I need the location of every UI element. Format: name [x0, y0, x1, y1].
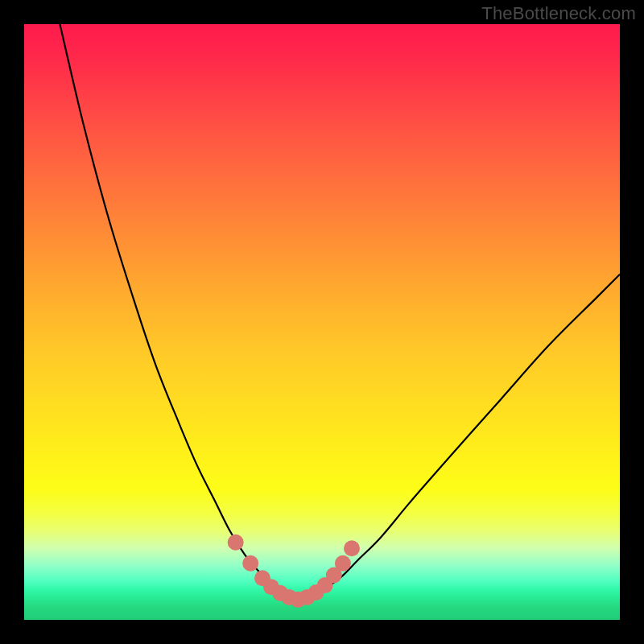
curve-left-branch: [60, 24, 298, 600]
curve-layer: [24, 24, 620, 620]
data-marker: [242, 555, 258, 572]
data-marker: [228, 535, 244, 551]
plot-area: [24, 24, 620, 620]
chart-container: TheBottleneck.com: [0, 0, 644, 644]
watermark-text: TheBottleneck.com: [481, 3, 636, 24]
marker-group: [228, 535, 360, 608]
data-marker: [335, 555, 351, 572]
data-marker: [344, 540, 360, 556]
